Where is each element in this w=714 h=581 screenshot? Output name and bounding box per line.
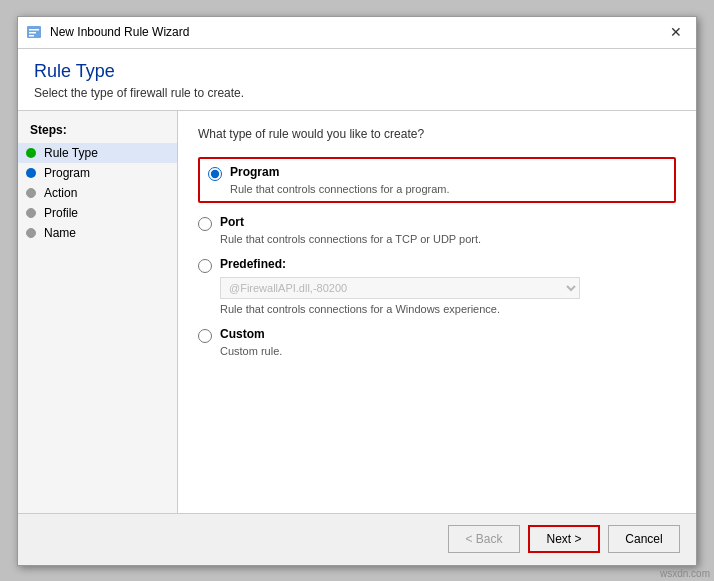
sidebar-item-profile[interactable]: Profile xyxy=(18,203,177,223)
step-dot-name xyxy=(26,228,36,238)
body: Steps: Rule Type Program Action Profile … xyxy=(18,111,696,513)
next-button[interactable]: Next > xyxy=(528,525,600,553)
option-port[interactable]: Port Rule that controls connections for … xyxy=(198,215,676,245)
radio-program[interactable] xyxy=(208,167,222,181)
desc-program: Rule that controls connections for a pro… xyxy=(230,183,666,195)
header: Rule Type Select the type of firewall ru… xyxy=(18,49,696,111)
radio-custom[interactable] xyxy=(198,329,212,343)
label-predefined: Predefined: xyxy=(220,257,286,271)
label-program: Program xyxy=(230,165,279,179)
option-predefined[interactable]: Predefined: @FirewallAPI.dll,-80200 Rule… xyxy=(198,257,676,315)
sidebar-label-name: Name xyxy=(44,226,76,240)
step-dot-action xyxy=(26,188,36,198)
desc-predefined: Rule that controls connections for a Win… xyxy=(220,303,676,315)
step-dot-profile xyxy=(26,208,36,218)
label-custom: Custom xyxy=(220,327,265,341)
sidebar: Steps: Rule Type Program Action Profile … xyxy=(18,111,178,513)
predefined-select[interactable]: @FirewallAPI.dll,-80200 xyxy=(220,277,580,299)
close-button[interactable]: ✕ xyxy=(664,20,688,44)
predefined-dropdown-row: @FirewallAPI.dll,-80200 xyxy=(220,277,676,299)
radio-port[interactable] xyxy=(198,217,212,231)
step-dot-rule-type xyxy=(26,148,36,158)
sidebar-item-rule-type[interactable]: Rule Type xyxy=(18,143,177,163)
sidebar-label-profile: Profile xyxy=(44,206,78,220)
option-custom[interactable]: Custom Custom rule. xyxy=(198,327,676,357)
option-group: Program Rule that controls connections f… xyxy=(198,157,676,369)
sidebar-label-action: Action xyxy=(44,186,77,200)
svg-rect-1 xyxy=(29,29,39,31)
step-dot-program xyxy=(26,168,36,178)
radio-predefined[interactable] xyxy=(198,259,212,273)
cancel-button[interactable]: Cancel xyxy=(608,525,680,553)
footer: < Back Next > Cancel xyxy=(18,513,696,565)
watermark: wsxdn.com xyxy=(660,568,710,579)
back-button[interactable]: < Back xyxy=(448,525,520,553)
sidebar-item-action[interactable]: Action xyxy=(18,183,177,203)
wizard-window: New Inbound Rule Wizard ✕ Rule Type Sele… xyxy=(17,16,697,566)
window-icon xyxy=(26,24,42,40)
title-bar: New Inbound Rule Wizard ✕ xyxy=(18,17,696,49)
label-port: Port xyxy=(220,215,244,229)
option-program[interactable]: Program Rule that controls connections f… xyxy=(198,157,676,203)
main-content: What type of rule would you like to crea… xyxy=(178,111,696,513)
sidebar-label-rule-type: Rule Type xyxy=(44,146,98,160)
question-text: What type of rule would you like to crea… xyxy=(198,127,676,141)
window-title: New Inbound Rule Wizard xyxy=(50,25,664,39)
svg-rect-2 xyxy=(29,32,36,34)
steps-label: Steps: xyxy=(18,123,177,143)
page-title: Rule Type xyxy=(34,61,680,82)
svg-rect-3 xyxy=(29,35,34,37)
sidebar-item-program[interactable]: Program xyxy=(18,163,177,183)
page-subtitle: Select the type of firewall rule to crea… xyxy=(34,86,680,100)
sidebar-item-name[interactable]: Name xyxy=(18,223,177,243)
desc-custom: Custom rule. xyxy=(220,345,676,357)
sidebar-label-program: Program xyxy=(44,166,90,180)
desc-port: Rule that controls connections for a TCP… xyxy=(220,233,676,245)
